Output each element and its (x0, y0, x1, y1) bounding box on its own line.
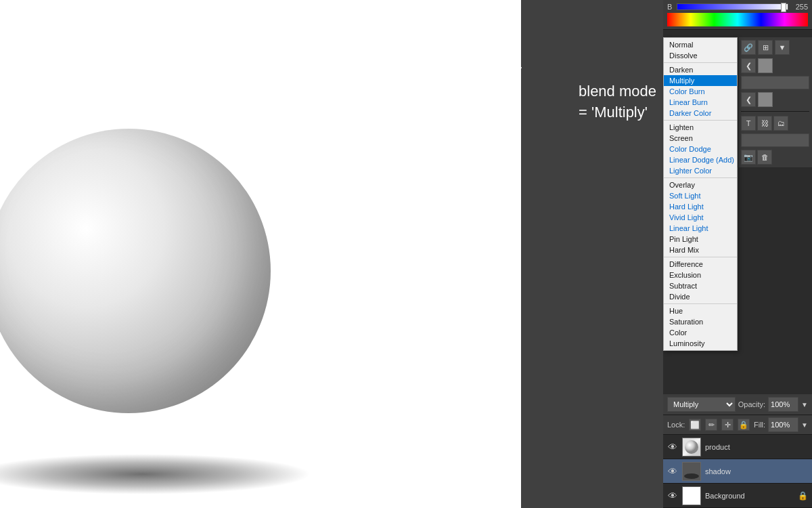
opacity-dropdown-arrow[interactable]: ▼ (801, 401, 808, 408)
blend-item-luminosity[interactable]: Luminosity (664, 338, 737, 349)
blend-item-subtract[interactable]: Subtract (664, 280, 737, 291)
tool-row-2: ❮ (741, 58, 809, 73)
blend-item-screen[interactable]: Screen (664, 133, 737, 144)
svg-marker-0 (490, 102, 498, 111)
right-panel: B 255 Normal Dissolve Darken Multiply Co… (663, 0, 812, 508)
canvas-area: blend mode = 'Multiply' (0, 0, 663, 508)
blend-group-normal: Normal Dissolve (664, 38, 737, 63)
layers-icon-btn[interactable]: 🗂 (773, 116, 788, 131)
slider-thumb[interactable] (781, 3, 786, 12)
divider (741, 111, 809, 112)
layer-item-shadow[interactable]: 👁 shadow (663, 459, 812, 484)
color-swatch-2[interactable] (758, 92, 773, 107)
blend-item-lighten[interactable]: Lighten (664, 122, 737, 133)
lock-transparent-btn[interactable]: ⬜ (689, 419, 701, 431)
layer-visibility-background[interactable]: 👁 (667, 490, 678, 501)
canvas-document (0, 0, 521, 508)
layer-thumb-product (682, 438, 701, 457)
blend-item-exclusion[interactable]: Exclusion (664, 270, 737, 280)
layer-item-product[interactable]: 👁 product (663, 435, 812, 459)
tool-row-1: 🔗 ⊞ ▼ (741, 40, 809, 55)
lock-label: Lock: (667, 421, 685, 429)
color-swatch[interactable] (758, 58, 773, 73)
layers-bottom: Multiply Normal Opacity: ▼ Lock: ⬜ ✏ ✛ 🔒… (663, 394, 812, 508)
blend-group-hue: Hue Saturation Color Luminosity (664, 304, 737, 350)
layer-type-bar (741, 133, 809, 147)
blend-group-lighten: Lighten Screen Color Dodge Linear Dodge … (664, 121, 737, 178)
blend-mode-select[interactable]: Multiply Normal (667, 397, 736, 412)
blend-item-hard-light[interactable]: Hard Light (664, 201, 737, 212)
blend-item-linear-light[interactable]: Linear Light (664, 223, 737, 234)
annotation-arrow (460, 54, 541, 135)
layer-name-product: product (705, 443, 808, 451)
chain-icon-btn[interactable]: ⛓ (757, 116, 772, 131)
lock-all-btn[interactable]: 🔒 (738, 419, 750, 431)
blend-item-overlay[interactable]: Overlay (664, 179, 737, 190)
layer-scroll-bar[interactable] (741, 76, 809, 89)
blend-item-divide[interactable]: Divide (664, 291, 737, 302)
svg-point-3 (684, 473, 699, 479)
fill-row: Fill: ▼ (754, 417, 808, 432)
blend-item-multiply[interactable]: Multiply (664, 75, 737, 86)
chevron-left-btn[interactable]: ❮ (741, 58, 756, 73)
link-icon-btn[interactable]: 🔗 (741, 40, 756, 55)
background-lock-icon: 🔒 (798, 491, 808, 501)
side-tools-panel: 🔗 ⊞ ▼ ❮ ❮ T ⛓ 🗂 📷 🗑 (738, 37, 812, 167)
opacity-label: Opacity: (738, 400, 765, 408)
blend-item-linear-dodge[interactable]: Linear Dodge (Add) (664, 154, 737, 165)
color-channel-label: B (667, 3, 674, 11)
blend-item-lighter-color[interactable]: Lighter Color (664, 165, 737, 176)
blend-item-hue[interactable]: Hue (664, 305, 737, 316)
lock-row: Lock: ⬜ ✏ ✛ 🔒 Fill: ▼ (663, 415, 812, 435)
fill-dropdown-arrow[interactable]: ▼ (801, 421, 808, 429)
lock-position-btn[interactable]: ✛ (721, 419, 734, 431)
layer-thumb-shadow (682, 462, 701, 481)
color-slider-row: B 255 (667, 3, 808, 11)
trash-icon-btn[interactable]: 🗑 (757, 150, 772, 165)
tool-row-5: 📷 🗑 (741, 150, 809, 165)
blend-item-vivid-light[interactable]: Vivid Light (664, 212, 737, 223)
layer-item-background[interactable]: 👁 Background 🔒 (663, 484, 812, 508)
blend-item-dissolve[interactable]: Dissolve (664, 50, 737, 61)
svg-point-1 (685, 440, 698, 454)
fill-input[interactable] (768, 417, 798, 432)
layer-name-shadow: shadow (705, 467, 808, 475)
sphere (0, 129, 271, 413)
camera-icon-btn[interactable]: 📷 (741, 150, 756, 165)
layer-thumb-background (682, 486, 701, 505)
color-value: 255 (791, 3, 808, 11)
grid-icon-btn[interactable]: ⊞ (758, 40, 773, 55)
layer-visibility-product[interactable]: 👁 (667, 442, 678, 452)
blend-item-darken[interactable]: Darken (664, 64, 737, 75)
color-spectrum (667, 13, 808, 26)
blend-item-color[interactable]: Color (664, 327, 737, 338)
color-controls: B 255 (663, 0, 812, 30)
lock-image-btn[interactable]: ✏ (705, 419, 717, 431)
fill-label: Fill: (754, 421, 765, 429)
color-slider-track[interactable] (677, 3, 788, 10)
blend-item-darker-color[interactable]: Darker Color (664, 108, 737, 119)
shadow-ellipse (0, 454, 311, 494)
blend-mode-dropdown[interactable]: Normal Dissolve Darken Multiply Color Bu… (663, 37, 738, 351)
layer-visibility-shadow[interactable]: 👁 (667, 466, 678, 477)
blend-group-darken: Darken Multiply Color Burn Linear Burn D… (664, 63, 737, 121)
blend-item-difference[interactable]: Difference (664, 259, 737, 270)
blend-item-color-dodge[interactable]: Color Dodge (664, 144, 737, 154)
blend-item-saturation[interactable]: Saturation (664, 316, 737, 327)
opacity-input[interactable] (768, 397, 798, 412)
chevron-right-btn[interactable]: ❮ (741, 92, 756, 107)
layer-name-background: Background (705, 492, 794, 500)
text-icon-btn[interactable]: T (741, 116, 756, 131)
blend-item-linear-burn[interactable]: Linear Burn (664, 97, 737, 108)
blend-item-color-burn[interactable]: Color Burn (664, 86, 737, 97)
blend-item-soft-light[interactable]: Soft Light (664, 190, 737, 201)
blend-group-overlay: Overlay Soft Light Hard Light Vivid Ligh… (664, 178, 737, 257)
blend-mode-bar: Multiply Normal Opacity: ▼ (663, 394, 812, 415)
blend-group-difference: Difference Exclusion Subtract Divide (664, 257, 737, 304)
blend-item-hard-mix[interactable]: Hard Mix (664, 245, 737, 255)
blend-item-normal[interactable]: Normal (664, 39, 737, 50)
blend-item-pin-light[interactable]: Pin Light (664, 234, 737, 245)
tool-row-4: T ⛓ 🗂 (741, 116, 809, 131)
tool-row-3: ❮ (741, 92, 809, 107)
dropdown-arrow-btn[interactable]: ▼ (775, 40, 790, 55)
